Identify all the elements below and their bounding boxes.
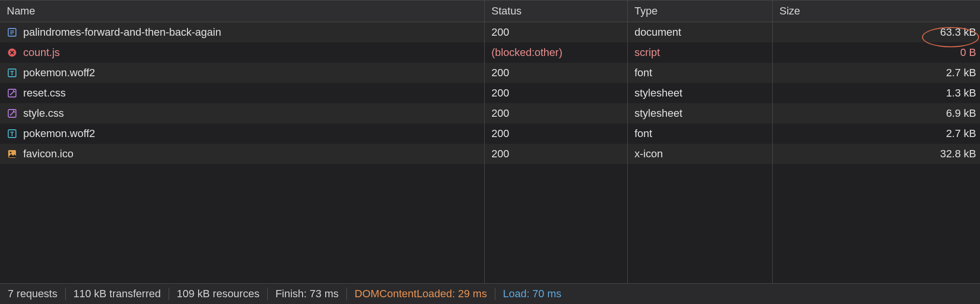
- network-table: Name Status Type Size palindromes-forwar…: [0, 0, 980, 283]
- image-icon: [7, 149, 17, 159]
- column-header-name[interactable]: Name: [0, 0, 485, 22]
- status-bar: 7 requests 110 kB transferred 109 kB res…: [0, 283, 980, 304]
- cell-type: x-icon: [628, 144, 773, 164]
- resource-name: palindromes-forward-and-then-back-again: [23, 26, 221, 39]
- cell-status: (blocked:other): [485, 42, 628, 63]
- network-panel: Name Status Type Size palindromes-forwar…: [0, 0, 980, 304]
- table-row[interactable]: Tpokemon.woff2200font2.7 kB: [0, 124, 980, 144]
- domcontentloaded-time: DOMContentLoaded: 29 ms: [347, 288, 495, 300]
- load-time: Load: 70 ms: [495, 288, 569, 300]
- resource-name: favicon.ico: [23, 148, 73, 160]
- table-body: palindromes-forward-and-then-back-again2…: [0, 22, 980, 283]
- cell-status: 200: [485, 124, 628, 144]
- cell-name: count.js: [0, 42, 485, 63]
- cell-status: 200: [485, 103, 628, 124]
- cell-type: document: [628, 22, 773, 42]
- cell-size: 2.7 kB: [773, 124, 980, 144]
- empty-area: [0, 164, 980, 283]
- cell-type: font: [628, 63, 773, 83]
- cell-name: reset.css: [0, 83, 485, 103]
- cell-status: 200: [485, 144, 628, 164]
- cell-size: 6.9 kB: [773, 103, 980, 124]
- table-row[interactable]: style.css200stylesheet6.9 kB: [0, 103, 980, 124]
- cell-type: stylesheet: [628, 103, 773, 124]
- cell-size: 0 B: [773, 42, 980, 63]
- transferred-size: 110 kB transferred: [66, 288, 169, 300]
- font-icon: T: [7, 128, 17, 139]
- finish-time: Finish: 73 ms: [268, 288, 347, 300]
- table-row[interactable]: Tpokemon.woff2200font2.7 kB: [0, 63, 980, 83]
- resource-name: reset.css: [23, 87, 66, 99]
- requests-count: 7 requests: [8, 288, 66, 300]
- resources-size: 109 kB resources: [169, 288, 268, 300]
- stylesheet-icon: [7, 108, 17, 119]
- resource-name: count.js: [23, 46, 60, 59]
- font-icon: T: [7, 68, 17, 78]
- cell-status: 200: [485, 22, 628, 42]
- stylesheet-icon: [7, 88, 17, 98]
- cell-name: palindromes-forward-and-then-back-again: [0, 22, 485, 42]
- cell-status: 200: [485, 63, 628, 83]
- error-icon: [7, 47, 17, 58]
- svg-text:T: T: [10, 131, 14, 138]
- cell-type: stylesheet: [628, 83, 773, 103]
- cell-name: favicon.ico: [0, 144, 485, 164]
- resource-name: style.css: [23, 107, 64, 120]
- table-row[interactable]: reset.css200stylesheet1.3 kB: [0, 83, 980, 103]
- cell-type: font: [628, 124, 773, 144]
- resource-name: pokemon.woff2: [23, 67, 95, 79]
- table-row[interactable]: palindromes-forward-and-then-back-again2…: [0, 22, 980, 42]
- table-row[interactable]: count.js(blocked:other)script0 B: [0, 42, 980, 63]
- column-header-type[interactable]: Type: [628, 0, 773, 22]
- cell-type: script: [628, 42, 773, 63]
- table-row[interactable]: favicon.ico200x-icon32.8 kB: [0, 144, 980, 164]
- cell-name: Tpokemon.woff2: [0, 63, 485, 83]
- cell-status: 200: [485, 83, 628, 103]
- cell-size: 63.3 kB: [773, 22, 980, 42]
- cell-size: 2.7 kB: [773, 63, 980, 83]
- cell-size: 1.3 kB: [773, 83, 980, 103]
- cell-name: style.css: [0, 103, 485, 124]
- table-header-row: Name Status Type Size: [0, 0, 980, 22]
- column-header-status[interactable]: Status: [485, 0, 628, 22]
- resource-name: pokemon.woff2: [23, 127, 95, 140]
- document-icon: [7, 27, 17, 38]
- cell-size: 32.8 kB: [773, 144, 980, 164]
- svg-text:T: T: [10, 70, 14, 77]
- column-header-size[interactable]: Size: [773, 0, 980, 22]
- svg-point-14: [10, 152, 12, 153]
- cell-name: Tpokemon.woff2: [0, 124, 485, 144]
